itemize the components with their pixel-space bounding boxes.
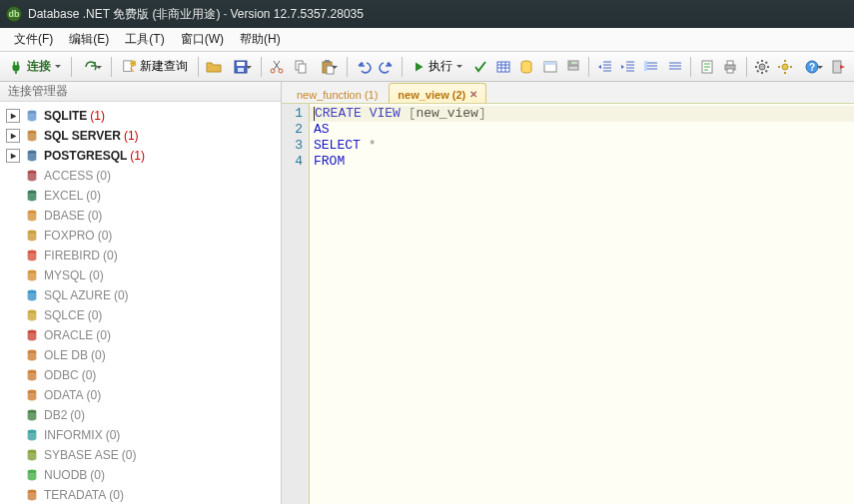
line-gutter: 1 2 3 4 (282, 104, 310, 504)
dropdown-icon (456, 65, 462, 71)
script-button[interactable] (696, 56, 717, 78)
save-button[interactable] (227, 56, 256, 78)
plugin-button[interactable] (775, 56, 796, 78)
tree-item-sybase[interactable]: SYBASE ASE (0) (0, 445, 281, 465)
tree-item-foxpro[interactable]: FOXPRO (0) (0, 226, 281, 246)
cut-button[interactable] (267, 56, 288, 78)
table-button[interactable] (539, 56, 560, 78)
indent-button[interactable] (618, 56, 639, 78)
tree-count: (0) (98, 229, 113, 243)
svg-point-18 (569, 62, 571, 64)
refresh-button[interactable] (77, 56, 106, 78)
print-button[interactable] (719, 56, 740, 78)
comment-button[interactable] (641, 56, 662, 78)
tree-item-odata[interactable]: ODATA (0) (0, 385, 281, 405)
svg-point-41 (28, 350, 37, 354)
tree-item-sqlite[interactable]: ▸SQLITE (1) (0, 106, 281, 126)
tree-label: SQL SERVER (44, 129, 121, 143)
uncomment-button[interactable] (664, 56, 685, 78)
access-icon (24, 168, 40, 184)
db-browse-button[interactable] (516, 56, 537, 78)
tree-label: ODBC (44, 368, 79, 382)
editor-tab[interactable]: new_view (2)✕ (389, 83, 486, 103)
server-button[interactable] (562, 56, 583, 78)
odata-icon (24, 387, 40, 403)
settings-button[interactable] (751, 56, 772, 78)
sqlite-icon (24, 108, 40, 124)
tree-item-db2[interactable]: DB2 (0) (0, 405, 281, 425)
excel-icon (24, 188, 40, 204)
tree-label: SYBASE ASE (44, 448, 119, 462)
tree-item-sqlce[interactable]: SQLCE (0) (0, 305, 281, 325)
tree-item-teradata[interactable]: TERADATA (0) (0, 485, 281, 504)
tree-item-oracle[interactable]: ORACLE (0) (0, 325, 281, 345)
exit-button[interactable] (829, 56, 850, 78)
svg-rect-8 (299, 64, 306, 73)
tree-item-odbc[interactable]: ODBC (0) (0, 365, 281, 385)
tab-label: new_view (2) (398, 89, 465, 101)
tree-item-nuodb[interactable]: NUODB (0) (0, 465, 281, 485)
tree-item-postgres[interactable]: ▸POSTGRESQL (1) (0, 146, 281, 166)
execute-button[interactable]: 执行 (408, 56, 467, 78)
new-query-button[interactable]: 新建查询 (117, 56, 193, 78)
paste-button[interactable] (313, 56, 342, 78)
tree-item-access[interactable]: ACCESS (0) (0, 166, 281, 186)
app-version: Version 12.7.5357.28035 (230, 7, 363, 21)
svg-rect-12 (497, 62, 509, 72)
copy-button[interactable] (290, 56, 311, 78)
svg-point-45 (28, 430, 37, 434)
tree-item-excel[interactable]: EXCEL (0) (0, 186, 281, 206)
tree-count: (0) (96, 328, 111, 342)
menu-edit[interactable]: 编辑(E) (61, 29, 117, 50)
svg-point-5 (271, 69, 275, 73)
help-button[interactable]: ? (798, 56, 827, 78)
tree-count: (0) (70, 408, 85, 422)
open-button[interactable] (204, 56, 225, 78)
menu-window[interactable]: 窗口(W) (173, 29, 232, 50)
tree-count: (1) (124, 129, 139, 143)
tree-item-oledb[interactable]: OLE DB (0) (0, 345, 281, 365)
menu-file[interactable]: 文件(F) (6, 29, 61, 50)
undo-button[interactable] (353, 56, 374, 78)
svg-point-39 (28, 310, 37, 314)
connect-button[interactable]: 连接 (4, 56, 66, 78)
code-text[interactable]: CREATE VIEW [new_view] AS SELECT * FROM (310, 104, 854, 504)
oracle-icon (24, 327, 40, 343)
svg-point-36 (28, 251, 37, 254)
tree-item-dbase[interactable]: DBASE (0) (0, 206, 281, 226)
editor-panel: new_function (1)new_view (2)✕ 1 2 3 4 CR… (282, 82, 854, 504)
menu-help[interactable]: 帮助(H) (232, 29, 289, 50)
svg-point-32 (28, 171, 37, 175)
check-button[interactable] (469, 56, 490, 78)
results-grid-button[interactable] (493, 56, 514, 78)
tree-item-informix[interactable]: INFORMIX (0) (0, 425, 281, 445)
expand-icon[interactable]: ▸ (6, 129, 20, 143)
tree-item-firebird[interactable]: FIREBIRD (0) (0, 246, 281, 265)
tree-label: DBASE (44, 209, 85, 223)
tree-count: (0) (103, 249, 118, 262)
outdent-button[interactable] (594, 56, 615, 78)
redo-button[interactable] (376, 56, 397, 78)
connection-tree[interactable]: ▸SQLITE (1)▸SQL SERVER (1)▸POSTGRESQL (1… (0, 102, 281, 504)
tree-count: (0) (114, 288, 129, 302)
editor-tab[interactable]: new_function (1) (288, 83, 387, 103)
tree-item-mysql[interactable]: MYSQL (0) (0, 265, 281, 285)
tree-label: SQLCE (44, 308, 85, 322)
code-area[interactable]: 1 2 3 4 CREATE VIEW [new_view] AS SELECT… (282, 104, 854, 504)
tree-count: (0) (88, 209, 103, 223)
close-icon[interactable]: ✕ (469, 89, 477, 100)
tree-item-sqlazure[interactable]: SQL AZURE (0) (0, 285, 281, 305)
expand-icon[interactable]: ▸ (6, 109, 20, 123)
tree-label: NUODB (44, 468, 87, 482)
expand-icon[interactable]: ▸ (6, 149, 20, 163)
tree-count: (0) (109, 488, 124, 502)
nuodb-icon (24, 467, 40, 483)
tree-item-sqlserver[interactable]: ▸SQL SERVER (1) (0, 126, 281, 146)
tree-count: (0) (96, 169, 111, 183)
svg-point-47 (28, 470, 37, 474)
tree-count: (0) (89, 268, 104, 282)
svg-point-29 (28, 111, 37, 115)
menu-tools[interactable]: 工具(T) (117, 29, 172, 50)
svg-point-30 (28, 131, 37, 135)
svg-point-48 (28, 490, 37, 494)
